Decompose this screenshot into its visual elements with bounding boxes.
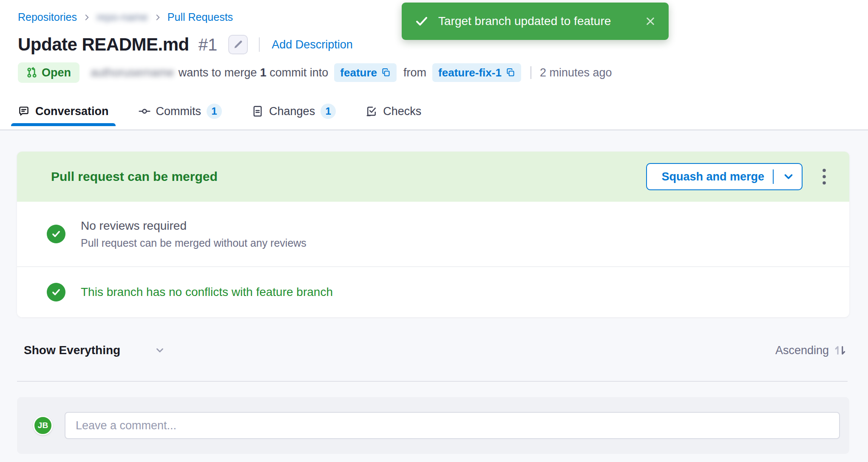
divider [17,381,848,382]
source-branch-chip[interactable]: feature-fix-1 [432,63,521,82]
tab-label: Changes [269,105,315,118]
divider [530,66,531,79]
target-branch-chip[interactable]: feature [334,63,397,82]
timeline-controls: Show Everything Ascending [24,339,848,361]
sort-label: Ascending [775,344,829,357]
success-check-icon [47,225,65,243]
comment-input[interactable] [65,412,840,439]
conversation-panel: Pull request can be merged Squash and me… [0,130,868,462]
tab-commits[interactable]: Commits 1 [132,97,229,125]
conflicts-check-title: This branch has no conflicts with featur… [81,285,333,299]
conflicts-check-row: This branch has no conflicts with featur… [17,267,849,317]
commit-icon [139,105,150,117]
sort-order-button[interactable]: Ascending [775,343,848,358]
divider [259,37,260,52]
checks-icon [366,105,377,117]
show-everything-dropdown[interactable]: Show Everything [24,344,165,357]
tab-checks[interactable]: Checks [359,97,428,125]
chevron-down-icon [154,345,165,356]
filter-label: Show Everything [24,344,120,357]
changes-count-badge: 1 [321,104,336,119]
commits-count-badge: 1 [207,104,222,119]
sort-arrows-icon [833,343,848,358]
chevron-down-icon[interactable] [782,170,795,183]
pr-state-label: Open [42,66,71,79]
copy-icon[interactable] [381,68,391,77]
from-label: from [403,66,426,79]
reviews-check-row: No reviews required Pull request can be … [17,202,849,266]
tab-label: Conversation [35,105,109,118]
add-description-link[interactable]: Add Description [272,38,353,51]
edit-title-button[interactable] [228,35,248,54]
kebab-menu-icon [821,168,827,185]
breadcrumb-pull-requests[interactable]: Pull Requests [167,11,233,23]
chevron-right-icon [154,14,162,21]
chevron-right-icon [83,14,91,21]
source-branch-name[interactable]: feature-fix-1 [438,66,502,79]
pr-created-time: 2 minutes ago [540,66,612,79]
merge-button-label: Squash and merge [661,170,764,183]
breadcrumb-repository-redacted[interactable]: repo-name [96,11,148,23]
merge-text: wants to merge 1 commit into [179,66,329,79]
check-icon [414,14,429,28]
reviews-check-title: No reviews required [81,219,306,233]
pr-tabs: Conversation Commits 1 Changes 1 [11,97,868,125]
divider [773,169,774,184]
pr-title: Update README.md [18,34,189,55]
toast-notification: Target branch updated to feature [402,3,669,40]
comment-panel: JB [17,397,849,454]
commit-count: 1 [260,66,267,79]
squash-and-merge-button[interactable]: Squash and merge [646,163,803,190]
target-branch-name[interactable]: feature [340,66,377,79]
success-check-icon [47,283,65,301]
reviews-check-subtitle: Pull request can be merged without any r… [81,237,306,249]
close-icon[interactable] [645,16,656,27]
more-options-button[interactable] [818,165,831,189]
pencil-icon [233,39,243,50]
avatar: JB [33,416,53,435]
git-pull-request-icon [26,67,37,78]
tab-label: Commits [156,105,201,118]
merge-banner-title: Pull request can be merged [51,169,218,184]
tab-conversation[interactable]: Conversation [11,97,116,125]
tab-changes[interactable]: Changes 1 [245,97,343,125]
pr-meta-row: Open authorusername wants to merge 1 com… [18,62,868,83]
breadcrumb-repositories[interactable]: Repositories [18,11,77,23]
copy-icon[interactable] [506,68,515,77]
conversation-icon [18,105,30,117]
pr-number: #1 [199,35,218,54]
merge-status-card: Pull request can be merged Squash and me… [17,152,849,317]
pr-state-badge: Open [18,62,79,83]
toast-message: Target branch updated to feature [438,14,611,28]
merge-banner: Pull request can be merged Squash and me… [17,152,849,202]
pr-author-redacted: authorusername [91,66,174,79]
file-icon [252,105,264,117]
tab-label: Checks [383,105,421,118]
